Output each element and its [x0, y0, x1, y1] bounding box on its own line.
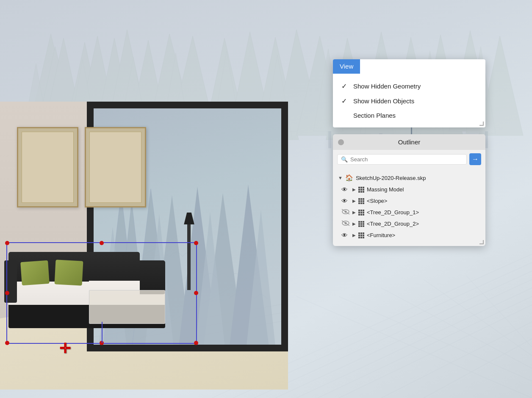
- svg-rect-82: [360, 198, 362, 200]
- svg-rect-85: [360, 200, 362, 202]
- svg-rect-111: [358, 225, 360, 227]
- svg-rect-106: [360, 221, 362, 223]
- tree-item-tree-2d-group-1[interactable]: ▶ <Tree_2D_Group_1>: [333, 207, 485, 218]
- menu-item-show-hidden-objects[interactable]: ✓ Show Hidden Objects: [333, 94, 485, 108]
- export-icon: →: [472, 155, 479, 163]
- svg-rect-99: [358, 214, 360, 216]
- menu-item-section-planes-label: Section Planes: [353, 112, 396, 119]
- svg-rect-117: [358, 235, 360, 236]
- tree-item-tree-2d-group-2-label: <Tree_2D_Group_2>: [367, 221, 419, 227]
- svg-line-47: [339, 305, 532, 398]
- svg-rect-98: [363, 212, 364, 213]
- svg-line-51: [339, 296, 532, 381]
- svg-line-46: [318, 296, 532, 398]
- outliner-resize-handle[interactable]: [479, 240, 484, 244]
- svg-rect-97: [360, 212, 362, 213]
- svg-rect-116: [363, 232, 364, 234]
- svg-rect-84: [358, 200, 360, 202]
- grid-icon-tree-2d-group-2: [358, 221, 364, 227]
- svg-rect-100: [360, 214, 362, 216]
- svg-rect-80: [363, 191, 364, 193]
- tree-item-massing-model-label: Massing Model: [367, 186, 404, 193]
- svg-rect-74: [363, 187, 364, 188]
- tree-item-tree-2d-group-1-label: <Tree_2D_Group_1>: [367, 209, 419, 216]
- svg-rect-89: [363, 202, 364, 204]
- move-cursor-icon: ✛: [59, 340, 71, 357]
- svg-rect-73: [360, 187, 362, 188]
- tree-item-massing-model[interactable]: 👁 ▶ Massing Model: [333, 184, 485, 195]
- svg-rect-93: [358, 210, 360, 211]
- view-menu-button-label: View: [340, 63, 353, 70]
- svg-line-43: [254, 271, 532, 398]
- tree-item-furniture-label: <Furniture>: [367, 232, 395, 238]
- check-show-hidden-objects: ✓: [341, 97, 350, 105]
- search-icon: 🔍: [341, 156, 348, 163]
- svg-rect-78: [358, 191, 360, 193]
- coffee-table: [89, 290, 165, 324]
- svg-rect-120: [358, 237, 360, 238]
- eye-icon-tree-2d-group-1: [341, 209, 350, 216]
- outliner-header: Outliner: [333, 134, 485, 150]
- svg-line-53: [424, 279, 532, 356]
- svg-rect-40: [485, 131, 488, 148]
- menu-item-show-hidden-objects-label: Show Hidden Objects: [353, 97, 414, 105]
- wall-picture-right: [85, 127, 146, 207]
- svg-rect-88: [360, 202, 362, 204]
- svg-rect-75: [358, 189, 360, 191]
- svg-rect-96: [358, 212, 360, 213]
- svg-rect-109: [360, 223, 362, 225]
- svg-rect-118: [360, 235, 362, 236]
- panels-container: View ✓ Show Hidden Geometry ✓ Show Hidde…: [333, 59, 485, 246]
- export-button[interactable]: →: [469, 153, 481, 165]
- svg-rect-122: [363, 237, 364, 238]
- eye-icon-furniture: 👁: [341, 232, 350, 239]
- floor-lamp-pole: [187, 222, 191, 290]
- svg-line-50: [296, 296, 532, 398]
- svg-rect-105: [358, 221, 360, 223]
- svg-rect-112: [360, 225, 362, 227]
- view-menu-body: ✓ Show Hidden Geometry ✓ Show Hidden Obj…: [333, 74, 485, 127]
- tree-arrow-massing-model: ▶: [352, 187, 356, 192]
- tree-root-item[interactable]: ▼ 🏠 SketchUp-2020-Release.skp: [333, 172, 485, 184]
- svg-line-44: [275, 279, 532, 398]
- svg-rect-119: [363, 235, 364, 236]
- tree-item-tree-2d-group-2[interactable]: ▶ <Tree_2D_Group_2>: [333, 218, 485, 229]
- cushion-2: [55, 260, 83, 285]
- svg-rect-86: [363, 200, 364, 202]
- search-input[interactable]: [350, 156, 463, 163]
- tree-home-icon: 🏠: [345, 174, 353, 182]
- tree-arrow-tree-2d-group-2: ▶: [352, 221, 356, 226]
- svg-rect-87: [358, 202, 360, 204]
- tree-root-arrow: ▼: [338, 175, 343, 180]
- tree-arrow-tree-2d-group-1: ▶: [352, 210, 356, 215]
- cushion-1: [20, 260, 50, 285]
- tree-item-furniture[interactable]: 👁 ▶ <Furniture>: [333, 229, 485, 241]
- svg-rect-114: [358, 232, 360, 234]
- menu-item-show-hidden-geometry[interactable]: ✓ Show Hidden Geometry: [333, 79, 485, 94]
- svg-rect-72: [358, 187, 360, 188]
- view-menu-panel: View ✓ Show Hidden Geometry ✓ Show Hidde…: [333, 59, 485, 127]
- svg-line-104: [342, 221, 349, 226]
- grid-icon-massing-model: [358, 187, 364, 193]
- svg-rect-107: [363, 221, 364, 223]
- menu-item-section-planes[interactable]: Section Planes: [333, 108, 485, 122]
- grid-icon-tree-2d-group-1: [358, 210, 364, 216]
- outliner-search-bar: 🔍 →: [333, 150, 485, 169]
- wall-picture-left: [17, 127, 78, 207]
- svg-line-45: [296, 288, 532, 398]
- svg-rect-95: [363, 210, 364, 211]
- svg-rect-108: [358, 223, 360, 225]
- check-show-hidden-geometry: ✓: [341, 82, 350, 90]
- svg-rect-79: [360, 191, 362, 193]
- tree-item-slope-label: <Slope>: [367, 198, 387, 204]
- svg-rect-121: [360, 237, 362, 238]
- eye-icon-tree-2d-group-2: [341, 220, 350, 227]
- tree-arrow-slope: ▶: [352, 199, 356, 203]
- tree-item-slope[interactable]: 👁 ▶ <Slope>: [333, 195, 485, 207]
- grid-icon-furniture: [358, 232, 364, 238]
- svg-line-92: [342, 209, 349, 214]
- search-input-wrapper[interactable]: 🔍: [337, 154, 467, 165]
- menu-item-show-hidden-geometry-label: Show Hidden Geometry: [353, 83, 421, 90]
- view-menu-button[interactable]: View: [333, 59, 360, 74]
- view-menu-resize-handle[interactable]: [479, 122, 484, 126]
